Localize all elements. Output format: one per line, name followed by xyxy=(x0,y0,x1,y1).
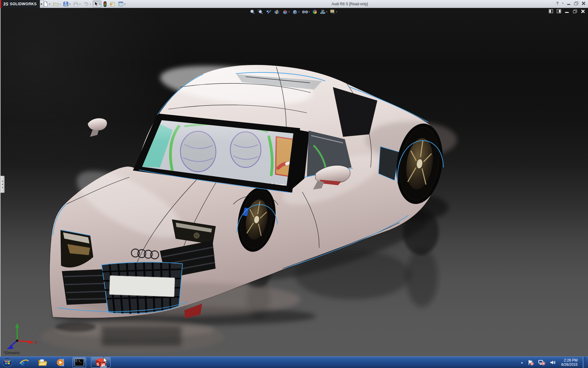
folder-icon xyxy=(38,358,47,367)
internet-explorer-icon: e xyxy=(20,358,29,367)
triad-x-label: X xyxy=(35,340,37,345)
taskbar-clock[interactable]: 2:26 PM 6/26/2015 xyxy=(560,358,579,367)
file-explorer-button[interactable] xyxy=(36,357,49,368)
select-caret[interactable]: ▾ xyxy=(99,3,100,6)
windows-start-icon xyxy=(2,358,12,367)
media-player-button[interactable] xyxy=(54,357,68,368)
undo-arrow-icon xyxy=(83,1,89,7)
graphics-viewport[interactable]: ▾ ▾ ▾ xyxy=(0,8,588,356)
close-button[interactable] xyxy=(581,2,586,5)
minimize-button[interactable] xyxy=(567,2,571,5)
options-checklist-icon xyxy=(118,1,124,7)
new-document-button[interactable]: ▾ xyxy=(42,1,51,7)
mouse-cursor xyxy=(103,357,108,364)
open-caret[interactable]: ▾ xyxy=(59,3,61,6)
svg-text:S: S xyxy=(96,362,99,366)
clock-date: 6/26/2015 xyxy=(561,362,578,367)
system-tray: ▲ 2:26 PM 6/26/2015 xyxy=(521,357,588,368)
rebuild-button[interactable] xyxy=(103,1,107,7)
select-arrow-icon xyxy=(94,1,99,7)
window-title: Audi R8 S [Read-only] xyxy=(332,2,368,6)
logo-wordmark: SOLIDWORKS xyxy=(10,2,37,6)
start-button[interactable] xyxy=(2,357,13,368)
new-caret[interactable]: ▾ xyxy=(49,3,50,6)
svg-text:e: e xyxy=(21,358,24,367)
taskbar-items: e C:\_ xyxy=(17,357,111,368)
car-model-render xyxy=(1,8,588,356)
action-center-flag-icon[interactable] xyxy=(527,359,534,366)
save-caret[interactable]: ▾ xyxy=(69,3,70,6)
windows-taskbar: e C:\_ xyxy=(0,356,588,368)
options-caret[interactable]: ▾ xyxy=(124,3,126,6)
command-prompt-icon: C:\_ xyxy=(75,359,84,366)
undo-button[interactable]: ▾ xyxy=(82,1,92,7)
app-titlebar: 3S SOLIDWORKS ▶ ▾ ▾ xyxy=(0,0,588,8)
print-button[interactable]: ▾ xyxy=(72,1,81,7)
open-folder-icon xyxy=(53,1,59,7)
open-document-button[interactable]: ▾ xyxy=(52,1,61,7)
save-floppy-icon xyxy=(63,1,69,7)
traffic-light-icon xyxy=(103,1,107,7)
select-tool-button[interactable]: ▾ xyxy=(93,1,101,7)
tray-expand-icon[interactable]: ▲ xyxy=(521,361,523,364)
standard-toolbar: ▾ ▾ ▾ ▾ xyxy=(42,0,126,8)
save-button[interactable]: ▾ xyxy=(62,1,71,7)
logo-block: 3S SOLIDWORKS xyxy=(1,0,40,8)
options-button[interactable]: ▾ xyxy=(117,1,126,7)
printer-icon xyxy=(73,1,79,7)
svg-text:2015: 2015 xyxy=(100,365,107,368)
undo-caret[interactable]: ▾ xyxy=(90,3,91,6)
volume-icon[interactable] xyxy=(549,359,556,366)
file-properties-button[interactable] xyxy=(109,1,116,7)
logo-3s-mark: 3S xyxy=(3,2,8,6)
network-status-icon[interactable] xyxy=(538,359,545,366)
file-properties-icon xyxy=(109,1,115,7)
clock-time: 2:26 PM xyxy=(561,358,578,362)
help-button[interactable]: ? xyxy=(556,1,559,6)
reference-triad: X xyxy=(4,322,38,351)
internet-explorer-button[interactable]: e xyxy=(17,357,31,368)
help-caret[interactable]: ▾ xyxy=(562,2,564,5)
restore-button[interactable] xyxy=(574,2,578,5)
show-desktop-button[interactable] xyxy=(583,357,586,368)
app-window-controls: ? ▾ xyxy=(556,1,586,6)
media-player-icon xyxy=(56,358,66,367)
view-orientation-label: *Dimetric xyxy=(4,351,20,355)
license-plate xyxy=(109,275,175,297)
left-side-mirror xyxy=(88,118,107,137)
cmd-label: C:\_ xyxy=(76,360,81,362)
solidworks-logo: 3S SOLIDWORKS ▶ xyxy=(0,0,44,8)
new-document-icon xyxy=(43,1,48,7)
print-caret[interactable]: ▾ xyxy=(79,3,81,6)
command-prompt-button[interactable]: C:\_ xyxy=(73,357,86,368)
